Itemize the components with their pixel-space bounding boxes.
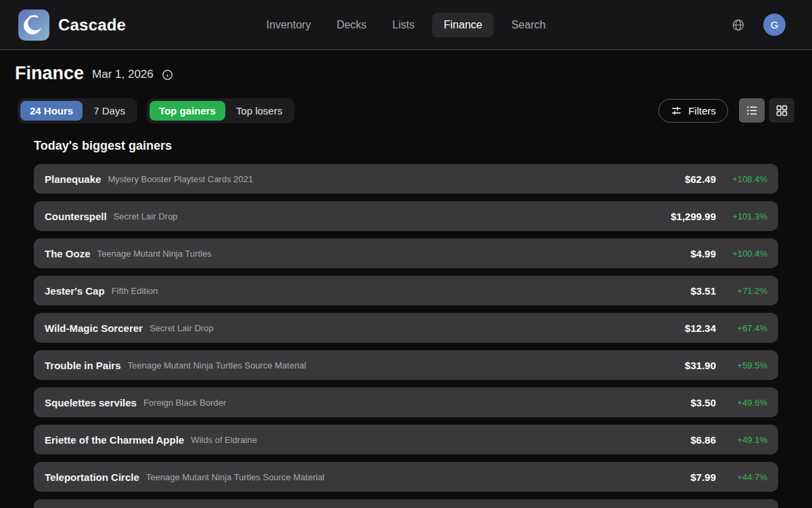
left-controls: 24 Hours 7 Days Top gainers Top losers (18, 98, 294, 123)
card-name: Planequake (45, 173, 101, 185)
price-change: +44.7% (716, 472, 767, 482)
brand[interactable]: Cascade (18, 9, 126, 41)
grid-view-icon (775, 104, 788, 117)
card-price: $3.50 (690, 397, 716, 408)
filters-button[interactable]: Filters (658, 99, 728, 123)
list-item[interactable]: Wild-Magic Sorcerer Secret Lair Drop $12… (34, 313, 778, 343)
gainers-section: Today's biggest gainers Planequake Myste… (15, 139, 797, 508)
cascade-logo-icon (18, 9, 49, 41)
list-item[interactable]: Teleportation Circle Teenage Mutant Ninj… (34, 462, 778, 492)
list-item-partial[interactable] (34, 499, 778, 508)
card-name: Teleportation Circle (45, 471, 139, 483)
gainers-losers-toggle: Top gainers Top losers (147, 98, 294, 123)
card-name: Jester's Cap (45, 285, 105, 297)
card-price: $6.86 (690, 434, 716, 446)
finance-page: Finance Mar 1, 2026 24 Hours 7 Days Top … (0, 50, 812, 508)
nav-item-lists[interactable]: Lists (384, 13, 423, 37)
price-change: +59.5% (716, 360, 767, 371)
card-price: $31.90 (685, 360, 716, 371)
section-heading: Today's biggest gainers (34, 139, 778, 153)
price-change: +67.4% (716, 323, 767, 333)
price-change: +49.1% (716, 435, 767, 445)
card-name: Squelettes serviles (45, 397, 137, 408)
list-item[interactable]: Planequake Mystery Booster Playtest Card… (34, 164, 778, 194)
list-item[interactable]: Jester's Cap Fifth Edition $3.51 +71.2% (34, 276, 778, 305)
set-name: Teenage Mutant Ninja Turtles (97, 249, 212, 259)
grid-view-button[interactable] (769, 98, 794, 123)
list-item[interactable]: Squelettes serviles Foreign Black Border… (34, 387, 778, 417)
list-item[interactable]: Trouble in Pairs Teenage Mutant Ninja Tu… (34, 350, 778, 380)
time-toggle-24-hours[interactable]: 24 Hours (20, 101, 83, 121)
price-change: +108.4% (716, 174, 767, 184)
card-price: $62.49 (685, 173, 716, 185)
filters-label: Filters (688, 105, 716, 117)
navbar: Cascade Inventory Decks Lists Finance Se… (0, 0, 812, 50)
set-name: Foreign Black Border (143, 398, 226, 408)
price-change: +101.3% (716, 211, 767, 221)
set-name: Wilds of Eldraine (191, 435, 257, 445)
card-name: Counterspell (45, 211, 107, 222)
right-controls: Filters (658, 98, 794, 123)
globe-icon[interactable] (731, 18, 745, 32)
set-name: Teenage Mutant Ninja Turtles Source Mate… (146, 472, 325, 482)
price-change: +49.6% (716, 398, 767, 408)
nav-item-decks[interactable]: Decks (328, 13, 374, 37)
brand-name: Cascade (58, 16, 126, 35)
set-name: Fifth Edition (112, 286, 158, 296)
card-price: $4.99 (690, 248, 716, 259)
list-view-icon (745, 104, 759, 117)
time-range-toggle: 24 Hours 7 Days (18, 98, 137, 123)
toggle-top-losers[interactable]: Top losers (227, 101, 292, 121)
page-header: Finance Mar 1, 2026 (15, 62, 797, 85)
card-price: $12.34 (685, 322, 716, 334)
list-item[interactable]: The Ooze Teenage Mutant Ninja Turtles $4… (34, 238, 778, 268)
card-name: Trouble in Pairs (45, 360, 121, 371)
card-name: Wild-Magic Sorcerer (45, 322, 143, 334)
view-toggle (739, 98, 794, 123)
page-title: Finance (15, 62, 84, 85)
list-view-button[interactable] (739, 98, 765, 123)
navbar-right: G (731, 14, 786, 36)
sliders-icon (671, 105, 682, 117)
set-name: Secret Lair Drop (150, 323, 214, 333)
card-name: The Ooze (45, 248, 91, 259)
set-name: Mystery Booster Playtest Cards 2021 (108, 174, 253, 184)
nav-item-inventory[interactable]: Inventory (258, 13, 319, 37)
main-nav: Inventory Decks Lists Finance Search (258, 13, 554, 37)
list-item[interactable]: Counterspell Secret Lair Drop $1,299.99 … (34, 201, 778, 231)
card-price: $3.51 (690, 285, 716, 297)
time-toggle-7-days[interactable]: 7 Days (84, 101, 135, 121)
gainers-list: Planequake Mystery Booster Playtest Card… (34, 164, 778, 492)
toggle-top-gainers[interactable]: Top gainers (150, 101, 225, 121)
price-change: +100.4% (716, 249, 767, 259)
avatar[interactable]: G (763, 14, 786, 36)
controls-bar: 24 Hours 7 Days Top gainers Top losers (15, 98, 797, 123)
card-price: $1,299.99 (671, 211, 716, 222)
info-icon[interactable] (162, 69, 173, 81)
page-date: Mar 1, 2026 (92, 68, 154, 81)
list-item[interactable]: Eriette of the Charmed Apple Wilds of El… (34, 425, 778, 454)
price-change: +71.2% (716, 286, 767, 296)
nav-item-search[interactable]: Search (503, 13, 554, 37)
set-name: Teenage Mutant Ninja Turtles Source Mate… (128, 360, 307, 371)
set-name: Secret Lair Drop (114, 211, 178, 221)
card-price: $7.99 (690, 471, 716, 483)
nav-item-finance[interactable]: Finance (432, 13, 494, 37)
card-name: Eriette of the Charmed Apple (45, 434, 184, 446)
